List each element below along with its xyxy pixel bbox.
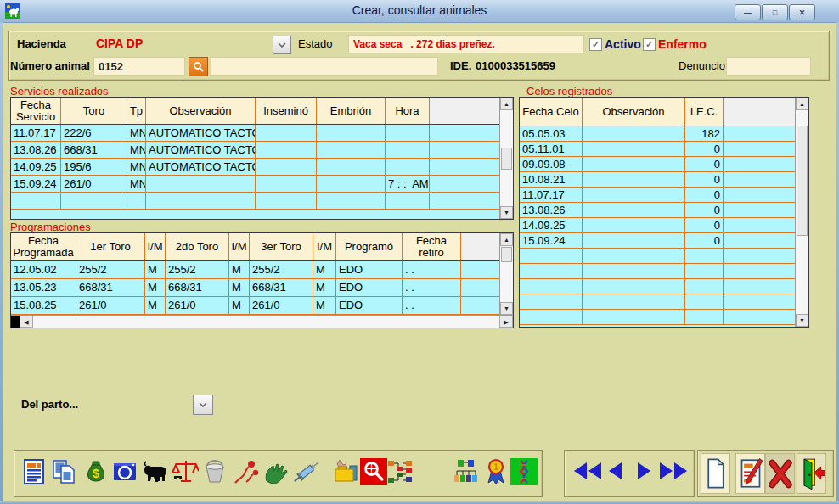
col-header[interactable]: 2do Toro: [166, 233, 229, 260]
scroll-thumb[interactable]: [797, 126, 808, 236]
exit-button[interactable]: [797, 453, 826, 494]
report-icon[interactable]: [20, 458, 48, 485]
numero-animal-input[interactable]: [93, 57, 185, 76]
scroll-right-icon[interactable]: ▶: [499, 316, 513, 328]
col-header[interactable]: Fecha Programada: [11, 233, 76, 260]
table-row[interactable]: [11, 193, 499, 210]
family-tree-icon[interactable]: [453, 458, 480, 485]
scroll-thumb[interactable]: [501, 247, 512, 262]
col-header[interactable]: I.E.C.: [685, 98, 724, 126]
edit-record-button[interactable]: [735, 453, 765, 494]
denuncio-input[interactable]: [726, 57, 811, 76]
dna-icon[interactable]: [510, 458, 538, 485]
scroll-up-icon[interactable]: ▲: [500, 98, 513, 110]
next-record-button[interactable]: [638, 462, 650, 479]
table-row[interactable]: 09.09.08 0: [520, 157, 795, 172]
close-button[interactable]: ✕: [789, 4, 815, 20]
col-header[interactable]: Observación: [583, 98, 685, 126]
scroll-track[interactable]: [500, 246, 513, 302]
col-header[interactable]: I/M: [229, 233, 250, 260]
minimize-button[interactable]: —: [735, 4, 761, 20]
enfermo-checkbox[interactable]: ✓: [643, 38, 656, 51]
table-row[interactable]: 14.09.25 0: [520, 218, 795, 233]
table-row[interactable]: [520, 294, 795, 310]
money-icon[interactable]: $: [82, 458, 110, 485]
col-header[interactable]: Embrión: [317, 98, 386, 124]
title-bar[interactable]: Crear, consultar animales — □ ✕: [0, 0, 839, 23]
syringe-icon[interactable]: [293, 458, 320, 485]
table-row[interactable]: [520, 310, 795, 325]
col-header[interactable]: Fecha Servicio: [11, 98, 61, 124]
col-header[interactable]: Observación: [146, 98, 256, 124]
col-header[interactable]: Hora: [386, 98, 430, 124]
table-row[interactable]: 12.05.02 255/2 M 255/2 M 255/2 M EDO . .: [11, 261, 499, 279]
scroll-up-icon[interactable]: ▲: [796, 98, 808, 110]
bucket-icon[interactable]: [201, 458, 228, 485]
col-header[interactable]: Programó: [336, 233, 403, 260]
scroll-track[interactable]: [500, 110, 513, 206]
table-row[interactable]: 11.07.17 0: [520, 188, 795, 203]
hacienda-dropdown-button[interactable]: [273, 36, 291, 54]
table-row[interactable]: 14.09.25 195/6 MN AUTOMATICO TACTO(: [11, 159, 499, 176]
cell: [583, 142, 685, 157]
scroll-track[interactable]: [33, 316, 499, 328]
cell: M: [313, 297, 336, 315]
last-record-button[interactable]: [660, 462, 687, 479]
del-parto-dropdown-button[interactable]: [193, 395, 213, 415]
animal-name-input[interactable]: [211, 57, 438, 76]
table-row[interactable]: 13.05.23 668/31 M 668/31 M 668/31 M EDO …: [11, 279, 499, 297]
col-header[interactable]: 1er Toro: [76, 233, 145, 260]
vertical-scrollbar[interactable]: ▲ ▼: [795, 98, 808, 327]
pedigree-icon[interactable]: [386, 458, 414, 485]
vertical-scrollbar[interactable]: ▲ ▼: [499, 98, 513, 219]
table-row[interactable]: 15.09.24 261/0 MN 7 : : AM: [11, 176, 499, 193]
maximize-button[interactable]: □: [762, 4, 788, 20]
scroll-thumb[interactable]: [501, 148, 512, 170]
table-row[interactable]: 13.08.26 668/31 MN AUTOMATICO TACTO(: [11, 142, 499, 159]
scroll-up-icon[interactable]: ▲: [500, 233, 513, 246]
table-row[interactable]: 13.08.26 0: [520, 203, 795, 218]
table-row[interactable]: 15.09.24 0: [520, 233, 795, 249]
sperm-icon[interactable]: [233, 458, 260, 485]
col-header[interactable]: I/M: [145, 233, 166, 260]
col-header[interactable]: Inseminó: [256, 98, 317, 124]
col-header[interactable]: Toro: [61, 98, 127, 124]
table-row[interactable]: 15.08.25 261/0 M 261/0 M 261/0 M EDO . .: [11, 297, 499, 315]
cell: AUTOMATICO TACTO(: [146, 142, 256, 159]
camera-icon[interactable]: [111, 458, 138, 485]
col-header[interactable]: 3er Toro: [250, 233, 313, 260]
scroll-down-icon[interactable]: ▼: [500, 206, 513, 219]
folder-hand-icon[interactable]: [332, 458, 359, 485]
scroll-down-icon[interactable]: ▼: [500, 302, 513, 315]
copy-icon[interactable]: [51, 458, 78, 485]
table-row[interactable]: [520, 264, 795, 279]
table-row[interactable]: 05.11.01 0: [520, 142, 795, 157]
delete-record-button[interactable]: [765, 453, 795, 494]
vertical-scrollbar[interactable]: ▲ ▼: [499, 233, 513, 315]
search-animal-button[interactable]: [189, 57, 208, 76]
cell: 05.05.03: [520, 126, 583, 142]
hand-icon[interactable]: [263, 458, 290, 485]
table-row[interactable]: 11.07.17 222/6 MN AUTOMATICO TACTO(: [11, 125, 499, 142]
zoom-red-icon[interactable]: [360, 458, 387, 485]
previous-record-button[interactable]: [609, 462, 622, 479]
table-row[interactable]: 05.05.03 182: [520, 126, 795, 142]
col-header[interactable]: I/M: [313, 233, 336, 260]
col-header[interactable]: Fecha retiro: [403, 233, 461, 260]
new-record-button[interactable]: [701, 453, 730, 494]
col-header[interactable]: Tp: [127, 98, 146, 124]
table-row[interactable]: [520, 279, 795, 294]
award-icon[interactable]: 1: [482, 458, 510, 485]
scroll-down-icon[interactable]: ▼: [796, 314, 808, 327]
bull-icon[interactable]: [142, 458, 169, 485]
scroll-left-icon[interactable]: ◀: [20, 316, 33, 328]
cell: 255/2: [76, 261, 145, 279]
first-record-button[interactable]: [574, 462, 601, 479]
horizontal-scrollbar[interactable]: ◀ ▶: [11, 315, 513, 328]
col-header[interactable]: Fecha Celo: [520, 98, 583, 126]
table-row[interactable]: 10.08.21 0: [520, 172, 795, 188]
table-row[interactable]: [520, 249, 795, 264]
activo-checkbox[interactable]: ✓: [589, 38, 602, 51]
scroll-track[interactable]: [796, 110, 808, 314]
cattle-scale-icon[interactable]: [172, 458, 199, 485]
